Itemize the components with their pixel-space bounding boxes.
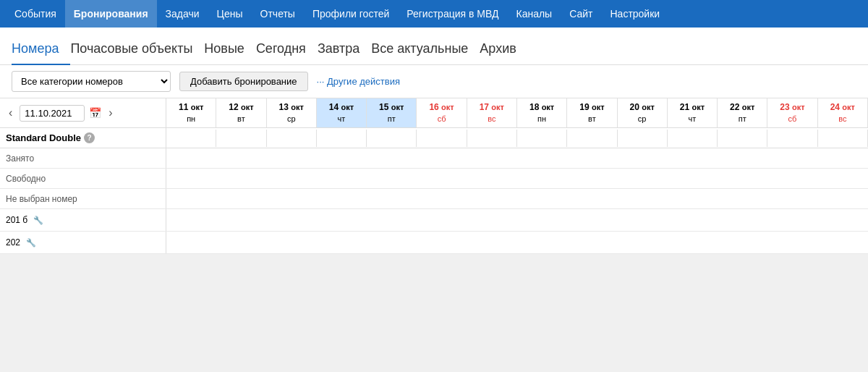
date-header-16: 16 октсб — [417, 98, 467, 127]
calendar-icon[interactable]: 📅 — [89, 107, 101, 119]
category-cell-8 — [567, 130, 617, 147]
category-cell-6 — [467, 130, 517, 147]
date-header-12: 12 октвт — [216, 98, 266, 127]
room-201-wrench-icon[interactable]: 🔧 — [33, 216, 43, 225]
room-201-label: 201 б 🔧 — [0, 209, 166, 231]
nav-bronirovaniya[interactable]: Бронирования — [65, 0, 157, 28]
room-202-label: 202 🔧 — [0, 232, 166, 253]
tab-nomera[interactable]: Номера — [12, 41, 70, 65]
category-cell-7 — [517, 130, 567, 147]
nav-tseny[interactable]: Цены — [208, 0, 252, 28]
date-header-14: 14 октчт — [317, 98, 367, 127]
category-dropdown[interactable]: Все категории номеров — [12, 71, 171, 92]
tab-novye[interactable]: Новые — [204, 41, 256, 65]
category-cell-13 — [818, 130, 868, 147]
nav-sobytiya[interactable]: События — [6, 0, 65, 28]
category-cell-12 — [767, 130, 817, 147]
free-row: Свободно — [0, 169, 868, 189]
other-actions-link[interactable]: ··· Другие действия — [317, 76, 400, 87]
free-cells — [166, 169, 868, 188]
category-cell-1 — [216, 130, 266, 147]
date-nav-row: ‹ 📅 › 11 октпн12 октвт13 октср14 октчт15… — [0, 98, 868, 128]
main-grid: ‹ 📅 › 11 октпн12 октвт13 октср14 октчт15… — [0, 98, 868, 254]
category-cell-0 — [166, 130, 216, 147]
occupied-cells — [166, 148, 868, 168]
no-room-cells — [166, 189, 868, 208]
help-icon[interactable]: ? — [84, 132, 95, 143]
nav-mvd[interactable]: Регистрация в МВД — [398, 0, 507, 28]
date-header-21: 21 октчт — [668, 98, 718, 127]
next-date-button[interactable]: › — [106, 105, 115, 121]
room-201-number: 201 б — [6, 215, 27, 225]
category-cell-5 — [417, 130, 467, 147]
no-room-row: Не выбран номер — [0, 189, 868, 209]
category-cell-3 — [317, 130, 367, 147]
date-headers: 11 октпн12 октвт13 октср14 октчт15 октпт… — [166, 98, 868, 127]
prev-date-button[interactable]: ‹ — [6, 105, 15, 121]
date-header-18: 18 октпн — [517, 98, 567, 127]
date-header-15: 15 октпт — [367, 98, 417, 127]
date-header-19: 19 октвт — [567, 98, 617, 127]
date-header-23: 23 октсб — [767, 98, 817, 127]
nav-otchety[interactable]: Отчеты — [252, 0, 304, 28]
date-header-24: 24 октвс — [818, 98, 868, 127]
occupied-label: Занято — [0, 148, 166, 168]
category-cell-9 — [618, 130, 668, 147]
date-header-20: 20 октср — [618, 98, 668, 127]
category-cell-10 — [668, 130, 718, 147]
nav-nastroiki[interactable]: Настройки — [601, 0, 668, 28]
nav-sait[interactable]: Сайт — [561, 0, 601, 28]
category-cell-4 — [367, 130, 417, 147]
nav-kanaly[interactable]: Каналы — [507, 0, 561, 28]
category-header: Standard Double ? — [0, 128, 868, 148]
date-nav-left: ‹ 📅 › — [0, 98, 166, 127]
tab-vse-aktualnye[interactable]: Все актуальные — [371, 41, 480, 65]
date-header-22: 22 октпт — [718, 98, 767, 127]
tab-pochasovye[interactable]: Почасовые объекты — [70, 41, 204, 65]
no-room-label: Не выбран номер — [0, 189, 166, 208]
category-grid — [166, 130, 868, 147]
date-header-13: 13 октср — [267, 98, 317, 127]
occupied-row: Занято — [0, 148, 868, 169]
room-202-cells — [166, 232, 868, 253]
room-201-row: 201 б 🔧 — [0, 209, 868, 232]
top-nav: События Бронирования Задачи Цены Отчеты … — [0, 0, 868, 28]
category-name: Standard Double — [6, 132, 81, 143]
tab-segodnya[interactable]: Сегодня — [256, 41, 318, 65]
category-cell-2 — [267, 130, 317, 147]
nav-profili[interactable]: Профили гостей — [304, 0, 398, 28]
category-cell-11 — [718, 130, 767, 147]
date-header-17: 17 октвс — [467, 98, 517, 127]
tab-zavtra[interactable]: Завтра — [318, 41, 371, 65]
room-202-row: 202 🔧 — [0, 232, 868, 254]
nav-zadachi[interactable]: Задачи — [157, 0, 208, 28]
sub-nav: Номера Почасовые объекты Новые Сегодня З… — [0, 28, 868, 65]
tab-arkhiv[interactable]: Архив — [480, 41, 527, 65]
room-202-wrench-icon[interactable]: 🔧 — [26, 238, 36, 248]
date-header-11: 11 октпн — [166, 98, 216, 127]
date-input[interactable] — [20, 105, 85, 122]
room-201-cells — [166, 209, 868, 231]
add-booking-button[interactable]: Добавить бронирование — [179, 72, 308, 91]
room-202-number: 202 — [6, 237, 20, 248]
toolbar: Все категории номеров Добавить бронирова… — [0, 65, 868, 98]
free-label: Свободно — [0, 169, 166, 188]
category-label: Standard Double ? — [0, 128, 166, 148]
